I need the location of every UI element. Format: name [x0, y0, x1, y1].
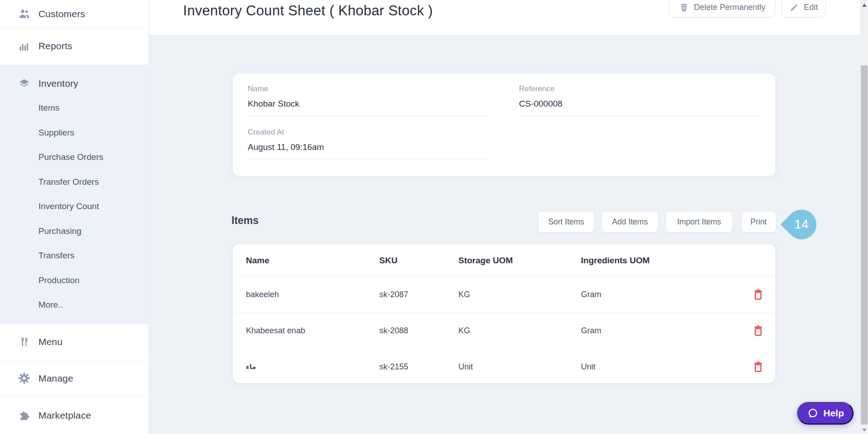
sidebar: Customers Reports Invento: [0, 0, 149, 434]
sidebar-item-manage[interactable]: Manage: [0, 360, 149, 397]
field-name: Name Khobar Stock: [248, 84, 492, 116]
page-title: Inventory Count Sheet ( Khobar Stock ): [183, 3, 433, 19]
annotation-badge-label: 14: [794, 217, 808, 232]
field-label: Created At: [248, 128, 492, 137]
sidebar-item-marketplace[interactable]: Marketplace: [0, 397, 149, 434]
items-section-title: Items: [231, 215, 259, 227]
sidebar-subitem-transfer-orders[interactable]: Transfer Orders: [0, 169, 149, 194]
sidebar-subitem-label: Purchase Orders: [38, 152, 104, 162]
bar-chart-icon: [18, 40, 30, 52]
trash-icon: [752, 360, 764, 373]
cell-name: Khabeesat enab: [246, 313, 305, 349]
sidebar-subitem-production[interactable]: Production: [0, 268, 149, 293]
add-items-button[interactable]: Add Items: [602, 211, 658, 233]
sidebar-subitem-inventory-count[interactable]: Inventory Count: [0, 194, 149, 219]
sidebar-subitem-label: Suppliers: [38, 128, 74, 138]
sidebar-item-reports[interactable]: Reports: [0, 28, 149, 65]
column-header-sku: SKU: [379, 244, 397, 276]
sidebar-subitem-label: More..: [38, 300, 63, 310]
sidebar-subitem-label: Transfer Orders: [38, 177, 99, 187]
edit-label: Edit: [804, 3, 818, 12]
cell-sku: sk-2088: [379, 313, 408, 349]
sidebar-subitem-more[interactable]: More..: [0, 292, 149, 317]
sidebar-item-label: Menu: [38, 336, 62, 347]
field-value: Khobar Stock: [248, 99, 492, 116]
app-screen: Customers Reports Invento: [0, 0, 868, 434]
sidebar-item-inventory[interactable]: Inventory: [0, 69, 149, 98]
sidebar-subitem-label: Production: [38, 275, 80, 285]
delete-permanently-button[interactable]: Delete Permanently: [669, 0, 775, 18]
sidebar-subitem-transfers[interactable]: Transfers: [0, 243, 149, 268]
utensils-icon: [18, 336, 30, 348]
column-header-ingredients-uom: Ingredients UOM: [581, 244, 650, 276]
print-button[interactable]: Print: [741, 211, 776, 233]
gear-icon: [18, 372, 30, 384]
field-reference: Reference CS-000008: [519, 84, 763, 116]
delete-row-button[interactable]: [752, 360, 764, 373]
cell-name: bakeeleh: [246, 276, 279, 313]
sidebar-item-label: Manage: [38, 373, 73, 384]
cell-ingredients-uom: Unit: [581, 349, 595, 385]
vertical-scrollbar[interactable]: [860, 0, 868, 434]
delete-row-button[interactable]: [752, 324, 764, 337]
trash-icon: [752, 288, 764, 301]
chat-bubble-icon: [807, 407, 819, 420]
pencil-icon: [789, 3, 799, 12]
field-created-at: Created At August 11, 09:16am: [248, 128, 492, 159]
sidebar-subitem-suppliers[interactable]: Suppliers: [0, 120, 149, 145]
field-value: August 11, 09:16am: [248, 142, 492, 159]
delete-row-button[interactable]: [752, 288, 764, 301]
cell-storage-uom: Unit: [458, 349, 473, 385]
scrollbar-up-icon[interactable]: [862, 4, 867, 7]
users-icon: [18, 8, 30, 20]
cell-ingredients-uom: Gram: [581, 276, 601, 313]
cell-ingredients-uom: Gram: [581, 313, 601, 349]
cell-storage-uom: KG: [458, 276, 470, 313]
table-row: bakeeleh sk-2087 KG Gram: [233, 276, 775, 313]
cell-sku: sk-2155: [379, 349, 408, 385]
column-header-name: Name: [246, 244, 269, 276]
scrollbar-down-icon[interactable]: [862, 429, 867, 432]
sidebar-subitem-label: Inventory Count: [38, 201, 99, 211]
sidebar-item-menu[interactable]: Menu: [0, 324, 149, 360]
items-table: Name SKU Storage UOM Ingredients UOM bak…: [233, 244, 775, 383]
sidebar-subitem-purchase-orders[interactable]: Purchase Orders: [0, 145, 149, 169]
sidebar-subitem-items[interactable]: Items: [0, 95, 149, 120]
trash-icon: [752, 324, 764, 337]
sidebar-item-label: Inventory: [38, 78, 78, 89]
sidebar-item-label: Customers: [38, 9, 85, 19]
sort-items-button[interactable]: Sort Items: [538, 211, 594, 233]
column-header-storage-uom: Storage UOM: [458, 244, 513, 276]
layers-icon: [18, 78, 30, 90]
help-button[interactable]: Help: [797, 402, 854, 425]
import-items-button[interactable]: Import Items: [665, 211, 733, 233]
sidebar-subitem-label: Items: [38, 103, 59, 113]
table-row: Khabeesat enab sk-2088 KG Gram: [233, 313, 775, 349]
sidebar-item-label: Reports: [38, 41, 72, 51]
cell-name: ماء: [246, 349, 256, 385]
cell-sku: sk-2087: [379, 276, 408, 313]
sidebar-item-customers[interactable]: Customers: [0, 0, 149, 28]
cell-storage-uom: KG: [458, 313, 470, 349]
sidebar-subitem-purchasing[interactable]: Purchasing: [0, 219, 149, 243]
sidebar-item-label: Marketplace: [38, 410, 91, 421]
table-row: ماء sk-2155 Unit Unit: [233, 349, 775, 385]
sidebar-subitem-label: Purchasing: [38, 226, 81, 236]
details-card: Name Khobar Stock Reference CS-000008 Cr…: [233, 74, 775, 176]
field-value: CS-000008: [519, 99, 763, 116]
scrollbar-thumb[interactable]: [861, 65, 868, 425]
edit-button[interactable]: Edit: [781, 0, 826, 18]
sidebar-subitem-label: Transfers: [38, 251, 75, 261]
delete-permanently-label: Delete Permanently: [694, 3, 765, 12]
puzzle-icon: [18, 409, 30, 421]
field-label: Reference: [519, 84, 763, 93]
field-label: Name: [248, 84, 492, 93]
trash-icon: [679, 2, 689, 12]
annotation-badge-14: 14: [780, 203, 822, 245]
help-label: Help: [823, 408, 844, 419]
